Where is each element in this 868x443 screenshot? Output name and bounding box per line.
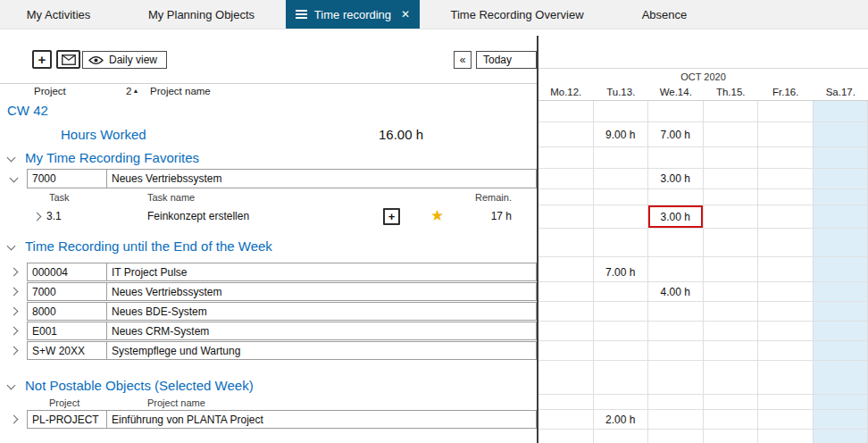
mail-button[interactable] bbox=[56, 50, 80, 69]
day-cell[interactable] bbox=[704, 341, 759, 361]
day-cell[interactable] bbox=[594, 282, 649, 302]
day-cell[interactable] bbox=[704, 322, 759, 341]
add-booking-button[interactable] bbox=[383, 208, 400, 225]
close-tab-icon[interactable] bbox=[401, 8, 410, 21]
day-cell[interactable]: 2.00 h bbox=[594, 410, 649, 430]
day-cell[interactable] bbox=[814, 341, 868, 361]
day-cell bbox=[594, 147, 649, 169]
day-cell bbox=[594, 395, 649, 410]
day-cell[interactable] bbox=[648, 341, 704, 361]
project-id-cell[interactable]: 000004 bbox=[27, 263, 107, 281]
day-cell[interactable]: 3.00 h bbox=[648, 169, 704, 189]
day-cell[interactable] bbox=[594, 302, 649, 322]
day-cell[interactable] bbox=[704, 263, 759, 282]
day-cell[interactable] bbox=[594, 205, 649, 229]
today-select[interactable]: Today bbox=[476, 51, 537, 69]
day-cell[interactable] bbox=[538, 282, 594, 302]
day-cell[interactable]: 4.00 h bbox=[648, 282, 704, 302]
chevron-right-icon[interactable] bbox=[10, 288, 19, 297]
day-cell[interactable] bbox=[594, 341, 649, 361]
day-cell bbox=[704, 236, 759, 257]
tab-time-recording[interactable]: Time recording bbox=[286, 0, 420, 29]
chevron-down-icon[interactable] bbox=[7, 242, 16, 251]
project-name-cell[interactable]: Neues CRM-System bbox=[106, 322, 537, 340]
day-cell[interactable] bbox=[758, 169, 814, 189]
add-button[interactable] bbox=[32, 50, 52, 69]
view-mode-select[interactable]: Daily view bbox=[82, 51, 167, 69]
tab-label: Time recording bbox=[314, 8, 391, 21]
day-cell[interactable] bbox=[758, 322, 814, 341]
chevron-right-icon[interactable] bbox=[33, 213, 42, 222]
day-cell[interactable] bbox=[648, 263, 704, 282]
sort-indicator[interactable]: 2 bbox=[126, 86, 138, 96]
day-cell[interactable] bbox=[538, 322, 594, 341]
day-cell[interactable] bbox=[704, 410, 759, 430]
project-name-cell[interactable]: Neues Vertriebssystem bbox=[106, 282, 537, 301]
tab-my-planning-objects[interactable]: My Planning Objects bbox=[117, 0, 286, 29]
day-cell[interactable] bbox=[704, 282, 759, 302]
project-id-cell[interactable]: S+W 20XX bbox=[27, 341, 107, 360]
project-id-cell[interactable]: 7000 bbox=[27, 169, 107, 188]
hamburger-icon[interactable] bbox=[296, 10, 307, 19]
chevron-down-icon[interactable] bbox=[7, 154, 16, 163]
day-cell[interactable] bbox=[648, 322, 704, 341]
chevron-down-icon[interactable] bbox=[7, 381, 16, 390]
day-cell[interactable] bbox=[814, 302, 868, 322]
day-cell[interactable] bbox=[538, 263, 594, 282]
day-cell[interactable] bbox=[814, 282, 868, 302]
day-cell[interactable] bbox=[758, 263, 814, 282]
day-cell[interactable] bbox=[704, 169, 759, 189]
day-cell[interactable] bbox=[758, 282, 814, 302]
day-cell[interactable] bbox=[538, 169, 594, 189]
day-cell bbox=[814, 395, 868, 410]
day-cell[interactable]: 7.00 h bbox=[594, 263, 649, 282]
day-cell[interactable] bbox=[758, 410, 814, 430]
day-cell[interactable] bbox=[704, 302, 759, 322]
day-cell[interactable] bbox=[594, 169, 649, 189]
day-cell[interactable] bbox=[814, 322, 868, 341]
previous-week-button[interactable]: « bbox=[454, 51, 472, 69]
chevron-right-icon[interactable] bbox=[10, 268, 19, 277]
day-cell[interactable] bbox=[538, 302, 594, 322]
project-name-cell[interactable]: Einführung von PLANTA Project bbox=[106, 410, 537, 429]
project-id-cell[interactable]: PL-PROJECT bbox=[27, 410, 107, 429]
day-cell bbox=[758, 147, 814, 169]
project-name-cell[interactable]: Systempflege und Wartung bbox=[106, 341, 537, 360]
day-cell[interactable] bbox=[648, 302, 704, 322]
chevron-right-icon[interactable] bbox=[10, 347, 19, 355]
day-cell[interactable] bbox=[814, 205, 868, 229]
chevron-down-icon[interactable] bbox=[10, 174, 19, 183]
tab-absence[interactable]: Absence bbox=[614, 0, 714, 29]
day-cell[interactable] bbox=[758, 341, 814, 361]
project-name-cell[interactable]: IT Project Pulse bbox=[106, 263, 537, 281]
day-cell[interactable] bbox=[814, 410, 868, 430]
day-cell bbox=[758, 229, 814, 236]
tab-time-recording-overview[interactable]: Time Recording Overview bbox=[420, 0, 614, 29]
day-cell[interactable] bbox=[814, 169, 868, 189]
day-cell bbox=[704, 395, 759, 410]
day-cell bbox=[814, 361, 868, 375]
pane-divider[interactable] bbox=[537, 36, 538, 443]
day-cell[interactable] bbox=[538, 341, 594, 361]
project-id-cell[interactable]: E001 bbox=[27, 322, 107, 340]
day-cell[interactable] bbox=[538, 410, 594, 430]
project-id-cell[interactable]: 7000 bbox=[27, 282, 107, 301]
project-name-cell[interactable]: Neues BDE-System bbox=[106, 302, 537, 321]
day-cell-highlighted[interactable]: 3.00 h bbox=[648, 205, 704, 229]
day-cell[interactable] bbox=[758, 205, 814, 229]
chevron-right-icon[interactable] bbox=[10, 307, 19, 316]
day-cell[interactable] bbox=[594, 322, 649, 341]
header-divider-line bbox=[0, 83, 537, 84]
day-cell: 9.00 h bbox=[594, 122, 649, 147]
day-cell[interactable] bbox=[758, 302, 814, 322]
day-cell[interactable] bbox=[704, 205, 759, 229]
project-name-cell[interactable]: Neues Vertriebssystem bbox=[106, 169, 537, 188]
day-cell[interactable] bbox=[538, 205, 594, 229]
star-icon[interactable] bbox=[430, 206, 444, 225]
chevron-right-icon[interactable] bbox=[10, 415, 19, 424]
chevron-right-icon[interactable] bbox=[10, 327, 19, 336]
day-cell[interactable] bbox=[814, 263, 868, 282]
project-id-cell[interactable]: 8000 bbox=[27, 302, 107, 321]
day-cell[interactable] bbox=[648, 410, 704, 430]
tab-my-activities[interactable]: My Activities bbox=[0, 0, 117, 29]
